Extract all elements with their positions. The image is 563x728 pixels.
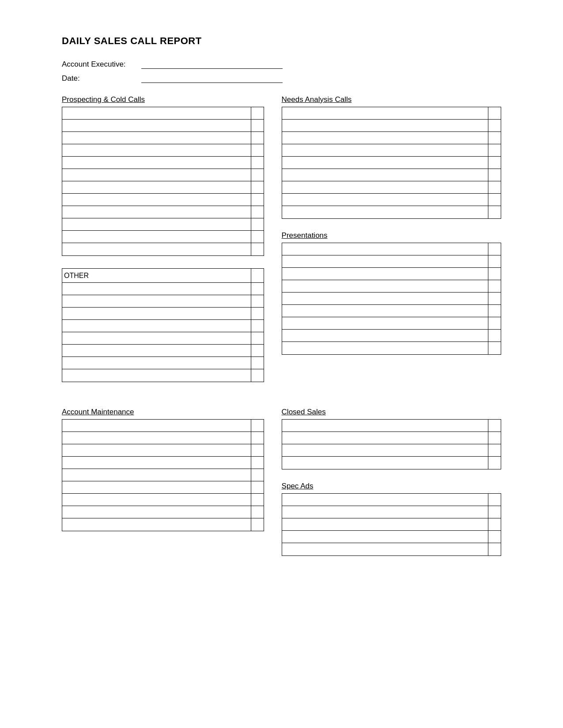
table-row[interactable] (282, 194, 501, 206)
table-row[interactable] (62, 181, 264, 194)
account-executive-input-line[interactable] (141, 59, 283, 69)
table-row[interactable] (282, 420, 501, 432)
date-field: Date: (62, 73, 501, 83)
other-title: OTHER (62, 269, 251, 282)
needs-analysis-title: Needs Analysis Calls (282, 95, 501, 104)
spec-ads-title: Spec Ads (282, 482, 501, 491)
table-row[interactable] (62, 506, 264, 518)
table-row[interactable] (282, 317, 501, 330)
prospecting-rows (62, 107, 264, 256)
table-row[interactable] (282, 518, 501, 531)
table-row[interactable] (62, 345, 264, 357)
table-row[interactable] (282, 531, 501, 543)
bottom-right-column: Closed Sales Spec Ads (273, 408, 501, 568)
table-row[interactable] (62, 243, 264, 255)
table-row[interactable] (62, 420, 264, 432)
table-row[interactable] (282, 255, 501, 268)
header-fields: Account Executive: Date: (62, 59, 501, 83)
prospecting-title: Prospecting & Cold Calls (62, 95, 264, 104)
table-row[interactable] (62, 144, 264, 157)
table-row[interactable] (282, 330, 501, 342)
table-row[interactable] (282, 243, 501, 255)
table-row[interactable] (282, 432, 501, 444)
bottom-left-column: Account Maintenance (62, 408, 273, 568)
table-row[interactable] (62, 444, 264, 457)
other-rows: OTHER (62, 268, 264, 382)
table-row[interactable] (62, 283, 264, 295)
table-row[interactable] (282, 181, 501, 194)
table-row[interactable] (282, 144, 501, 157)
prospecting-section: Prospecting & Cold Calls (62, 95, 264, 256)
other-section: OTHER (62, 268, 264, 382)
table-row[interactable] (62, 308, 264, 320)
table-row[interactable] (282, 457, 501, 469)
table-row[interactable] (62, 357, 264, 369)
table-row[interactable] (282, 444, 501, 457)
table-row[interactable] (62, 469, 264, 481)
table-row[interactable] (62, 107, 264, 120)
account-maintenance-rows (62, 419, 264, 531)
other-header-row: OTHER (62, 269, 264, 283)
table-row[interactable] (62, 481, 264, 494)
table-row[interactable] (62, 194, 264, 206)
table-row[interactable] (62, 494, 264, 506)
spec-ads-section: Spec Ads (282, 482, 501, 556)
account-executive-label: Account Executive: (62, 60, 141, 69)
account-maintenance-section: Account Maintenance (62, 408, 264, 531)
presentations-title: Presentations (282, 231, 501, 240)
table-row[interactable] (62, 169, 264, 181)
account-maintenance-title: Account Maintenance (62, 408, 264, 417)
closed-sales-rows (282, 419, 501, 469)
closed-sales-title: Closed Sales (282, 408, 501, 417)
table-row[interactable] (62, 132, 264, 144)
account-executive-field: Account Executive: (62, 59, 501, 69)
table-row[interactable] (62, 157, 264, 169)
table-row[interactable] (282, 132, 501, 144)
spec-ads-rows (282, 493, 501, 556)
table-row[interactable] (282, 107, 501, 120)
table-row[interactable] (282, 206, 501, 218)
left-column: Prospecting & Cold Calls OTHER (62, 95, 273, 394)
table-row[interactable] (62, 120, 264, 132)
table-row[interactable] (62, 332, 264, 345)
main-sections: Prospecting & Cold Calls OTHER (62, 95, 501, 394)
table-row[interactable] (62, 320, 264, 332)
right-column: Needs Analysis Calls Presentations (273, 95, 501, 394)
table-row[interactable] (62, 369, 264, 382)
table-row[interactable] (62, 432, 264, 444)
table-row[interactable] (282, 157, 501, 169)
table-row[interactable] (282, 506, 501, 518)
needs-analysis-section: Needs Analysis Calls (282, 95, 501, 219)
table-row[interactable] (62, 206, 264, 218)
table-row[interactable] (62, 218, 264, 231)
presentations-section: Presentations (282, 231, 501, 355)
table-row[interactable] (62, 231, 264, 243)
closed-sales-section: Closed Sales (282, 408, 501, 469)
bottom-sections: Account Maintenance Closed Sales (62, 408, 501, 568)
table-row[interactable] (62, 518, 264, 531)
date-label: Date: (62, 74, 141, 83)
table-row[interactable] (282, 543, 501, 555)
table-row[interactable] (282, 494, 501, 506)
table-row[interactable] (282, 120, 501, 132)
date-input-line[interactable] (141, 73, 283, 83)
table-row[interactable] (282, 305, 501, 317)
table-row[interactable] (282, 169, 501, 181)
table-row[interactable] (282, 342, 501, 354)
table-row[interactable] (282, 268, 501, 280)
table-row[interactable] (62, 457, 264, 469)
table-row[interactable] (62, 295, 264, 308)
needs-analysis-rows (282, 107, 501, 219)
table-row[interactable] (282, 280, 501, 293)
table-row[interactable] (282, 293, 501, 305)
presentations-rows (282, 243, 501, 355)
report-title: DAILY SALES CALL REPORT (62, 35, 501, 47)
